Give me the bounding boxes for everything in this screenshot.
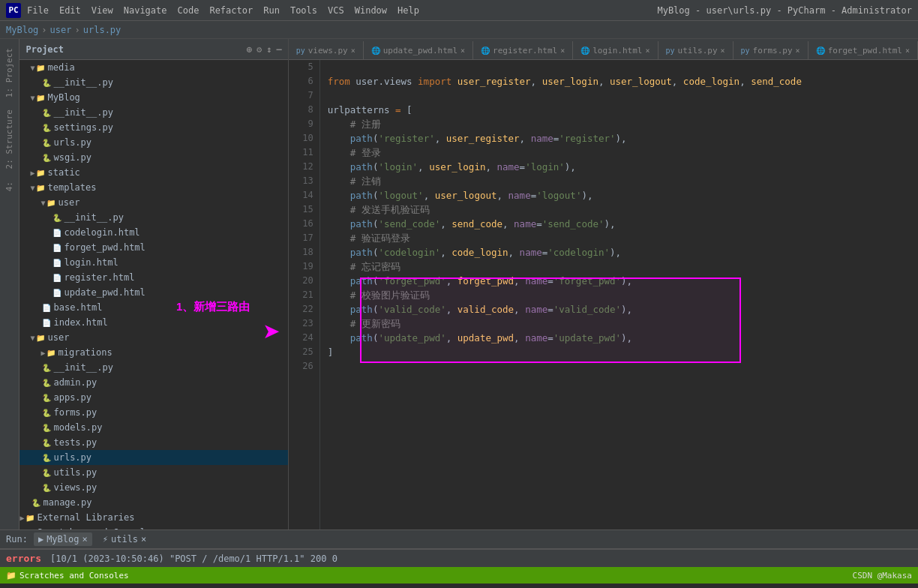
tree-item-ext_libs[interactable]: ▶📁External Libraries	[20, 510, 287, 525]
tab-close[interactable]: ×	[645, 46, 650, 55]
tree-item-scratches[interactable]: ▶📁Scratches and Consoles	[20, 525, 287, 530]
line-number: 15	[289, 202, 314, 217]
menu-item-window[interactable]: Window	[355, 5, 387, 16]
menu-item-view[interactable]: View	[92, 5, 113, 16]
scratches-consoles[interactable]: 📁 Scratches and Consoles	[6, 571, 129, 580]
menu-item-edit[interactable]: Edit	[59, 5, 81, 16]
tree-icon-py: 🐍	[42, 409, 51, 417]
tab-forget_pwd_html[interactable]: 🌐forget_pwd.html×	[808, 41, 918, 59]
breadcrumb-part[interactable]: user	[50, 25, 72, 35]
tree-item-utils_py[interactable]: 🐍utils.py	[20, 465, 287, 480]
run-tab-myblog[interactable]: ▶ MyBlog ×	[34, 532, 92, 546]
close-icon[interactable]: —	[276, 44, 281, 55]
tab-views_py[interactable]: pyviews.py×	[289, 41, 364, 59]
menu-item-navigate[interactable]: Navigate	[124, 5, 167, 16]
folder-icon: 📁	[6, 571, 16, 580]
titlebar: PC FileEditViewNavigateCodeRefactorRunTo…	[0, 0, 918, 21]
tree-item-codelogin[interactable]: 📄codelogin.html	[20, 225, 287, 240]
tree-item-forms_py[interactable]: 🐍forms.py	[20, 405, 287, 420]
tree-item-views_py[interactable]: 🐍views.py	[20, 480, 287, 495]
tree-label: static	[47, 167, 80, 178]
tree-item-urls_myblog[interactable]: 🐍urls.py	[20, 135, 287, 150]
code-line-23: # 更新密码	[328, 316, 918, 331]
menu-item-vcs[interactable]: VCS	[328, 5, 344, 16]
tree-item-myblog[interactable]: ▼📁MyBlog	[20, 90, 287, 105]
tree-item-tests_py[interactable]: 🐍tests.py	[20, 435, 287, 450]
tab-register_html[interactable]: 🌐register.html×	[473, 41, 573, 59]
breadcrumb-part[interactable]: MyBlog	[6, 25, 38, 35]
code-line-17: # 验证码登录	[328, 231, 918, 245]
tab-4[interactable]: 4:	[2, 176, 17, 197]
tree-item-init_user[interactable]: 🐍__init__.py	[20, 360, 287, 375]
project-tab[interactable]: 1: Project	[2, 42, 17, 104]
menu-item-code[interactable]: Code	[178, 5, 200, 16]
menu-item-run[interactable]: Run	[263, 5, 280, 16]
tree-icon-folder: 📁	[36, 169, 45, 177]
tree-item-forget_pwd[interactable]: 📄forget_pwd.html	[20, 240, 287, 255]
tree-item-update_pwd_html[interactable]: 📄update_pwd.html	[20, 285, 287, 300]
add-icon[interactable]: ⊕	[247, 44, 252, 55]
menu-item-refactor[interactable]: Refactor	[209, 5, 253, 16]
tree-item-user_app[interactable]: ▼📁user	[20, 330, 287, 345]
tree-item-init_media[interactable]: 🐍__init__.py	[20, 75, 287, 90]
code-line-7	[328, 88, 918, 103]
code-content[interactable]: from user.views import user_register, us…	[320, 60, 918, 530]
tree-item-migrations[interactable]: ▶📁migrations	[20, 345, 287, 360]
sync-icon[interactable]: ↕	[266, 44, 272, 55]
tree-icon-py: 🐍	[52, 214, 62, 222]
run-tab-utils[interactable]: ⚡ utils ×	[98, 532, 152, 546]
tree-icon-py: 🐍	[42, 79, 51, 87]
tree-item-models_py[interactable]: 🐍models.py	[20, 420, 287, 435]
tab-close[interactable]: ×	[460, 46, 465, 55]
tab-close[interactable]: ×	[560, 46, 565, 55]
run-icon: ▶	[38, 534, 44, 544]
tree-item-user_tpl[interactable]: ▼📁user	[20, 195, 287, 210]
tree-item-static[interactable]: ▶📁static	[20, 165, 287, 180]
tree-icon-folder: 📁	[26, 529, 34, 530]
tree-item-login_html[interactable]: 📄login.html	[20, 255, 287, 270]
tree-label: manage.py	[43, 497, 92, 508]
tree-item-register_html[interactable]: 📄register.html	[20, 270, 287, 285]
code-line-14: path('logout', user_logout, name='logout…	[328, 188, 918, 202]
line-number: 13	[289, 174, 314, 188]
project-header: Project ⊕ ⚙ ↕ —	[20, 39, 287, 60]
tree-icon-py: 🐍	[42, 109, 51, 117]
tree-item-manage_py[interactable]: 🐍manage.py	[20, 495, 287, 510]
tree-icon-py: 🐍	[42, 484, 51, 492]
tree-item-init_myblog[interactable]: 🐍__init__.py	[20, 105, 287, 120]
tree-item-admin_py[interactable]: 🐍admin.py	[20, 375, 287, 390]
tab-close[interactable]: ×	[796, 46, 800, 55]
tree-item-urls_py[interactable]: 🐍urls.py	[20, 450, 287, 465]
menu-item-tools[interactable]: Tools	[290, 5, 317, 16]
tree-item-wsgi[interactable]: 🐍wsgi.py	[20, 150, 287, 165]
menu-item-help[interactable]: Help	[398, 5, 419, 16]
tree-icon-folder: 📁	[46, 349, 56, 357]
menu-item-file[interactable]: File	[27, 5, 49, 16]
tree-icon-folder: 📁	[36, 94, 45, 102]
editor-area: pyviews.py×🌐update_pwd.html×🌐register.ht…	[289, 39, 918, 530]
tree-item-base_html[interactable]: 📄base.html	[20, 300, 287, 315]
breadcrumb-part[interactable]: urls.py	[83, 25, 122, 35]
structure-tab[interactable]: 2: Structure	[2, 104, 17, 175]
run-tab-close[interactable]: ×	[82, 534, 88, 544]
tree-item-templates[interactable]: ▼📁templates	[20, 180, 287, 195]
tab-login_html[interactable]: 🌐login.html×	[573, 41, 658, 59]
tree-item-init_tpl[interactable]: 🐍__init__.py	[20, 210, 287, 225]
tree-item-media[interactable]: ▼📁media	[20, 60, 287, 75]
tab-close[interactable]: ×	[905, 46, 910, 55]
errors-item[interactable]: errors	[6, 553, 41, 564]
run-tab-close2[interactable]: ×	[141, 534, 146, 544]
tree-item-apps_py[interactable]: 🐍apps.py	[20, 390, 287, 405]
gear-icon[interactable]: ⚙	[256, 44, 262, 55]
tab-forms_py[interactable]: pyforms.py×	[734, 41, 808, 59]
project-header-icons: ⊕ ⚙ ↕ —	[247, 44, 282, 55]
tab-utils_py[interactable]: pyutils.py×	[658, 41, 734, 59]
tab-update_pwd_html[interactable]: 🌐update_pwd.html×	[364, 41, 473, 59]
code-editor[interactable]: 567891011121314151617181920212223242526 …	[289, 60, 918, 530]
tab-close[interactable]: ×	[721, 46, 725, 55]
tab-close[interactable]: ×	[351, 46, 356, 55]
tree-label: __init__.py	[53, 77, 112, 88]
tree-item-settings[interactable]: 🐍settings.py	[20, 120, 287, 135]
menu-bar[interactable]: FileEditViewNavigateCodeRefactorRunTools…	[27, 5, 419, 16]
tree-item-index_html[interactable]: 📄index.html	[20, 315, 287, 330]
